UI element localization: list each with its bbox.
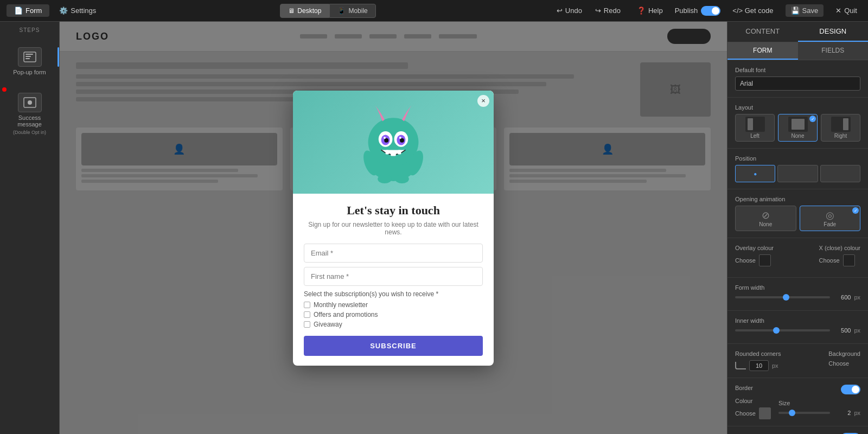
sub-tab-fields[interactable]: FIELDS (798, 42, 869, 60)
default-font-input[interactable] (735, 76, 860, 91)
undo-redo-group: ↩ Undo ↪ Redo (552, 4, 625, 17)
x-close-colour-swatch[interactable] (843, 254, 855, 266)
form-tab-label: Form (25, 7, 42, 15)
position-top-left[interactable] (735, 165, 775, 182)
form-width-slider[interactable] (735, 296, 830, 298)
checkbox-item-3[interactable]: Giveaway (304, 321, 483, 328)
popup-email-input[interactable] (304, 244, 483, 263)
form-tab-icon: 📄 (14, 7, 23, 15)
view-switcher: 🖥 Desktop 📱 Mobile (280, 4, 375, 18)
border-size-slider-row: 2 px (778, 410, 860, 416)
quit-icon: ✕ (835, 7, 841, 15)
save-icon: 💾 (791, 7, 800, 15)
layout-left-label: Left (750, 133, 760, 139)
modal-overlay[interactable]: × (60, 22, 727, 434)
get-code-button[interactable]: </> Get code (728, 4, 777, 17)
layout-label: Layout (735, 104, 860, 111)
layout-left-icon (745, 117, 765, 132)
popup-subscriptions-label: Select the subscription(s) you wish to r… (304, 290, 483, 298)
checkbox-item-1[interactable]: Monthly newsletter (304, 301, 483, 309)
svg-point-21 (378, 175, 392, 183)
popup-body: Let's stay in touch Sign up for our news… (293, 194, 494, 366)
inner-width-slider[interactable] (735, 329, 830, 331)
popup-firstname-input[interactable] (304, 267, 483, 286)
svg-point-12 (384, 138, 388, 142)
mobile-view-button[interactable]: 📱 Mobile (329, 4, 375, 18)
layout-right[interactable]: Right (821, 114, 860, 142)
overlay-colour-swatch[interactable] (759, 254, 771, 266)
form-width-thumb[interactable] (783, 294, 789, 301)
anim-fade[interactable]: ✓ ◎ Fade (800, 206, 861, 231)
border-colour-swatch[interactable] (759, 407, 771, 419)
layout-left[interactable]: Left (735, 114, 775, 142)
svg-rect-2 (25, 56, 31, 57)
quit-label: Quit (844, 7, 857, 15)
sub-tab-form[interactable]: FORM (727, 42, 798, 60)
inner-width-thumb[interactable] (773, 327, 780, 334)
top-bar-right: ↩ Undo ↪ Redo ❓ Help Publish </> Get cod… (552, 4, 861, 17)
redo-icon: ↪ (595, 7, 601, 15)
redo-button[interactable]: ↪ Redo (591, 4, 625, 17)
sidebar-steps-label: STEPS (20, 27, 40, 33)
border-label: Border (735, 385, 753, 391)
save-label: Save (802, 7, 819, 15)
border-size-unit: px (854, 410, 860, 416)
quit-button[interactable]: ✕ Quit (831, 4, 861, 17)
svg-rect-17 (391, 151, 396, 156)
tab-settings[interactable]: ⚙️ Settings (52, 4, 104, 17)
form-width-section: Form width 600 px (727, 278, 868, 311)
border-toggle[interactable] (841, 385, 860, 394)
tab-form[interactable]: 📄 Form (7, 4, 49, 17)
form-width-label: Form width (735, 284, 860, 291)
publish-switch[interactable] (701, 6, 720, 16)
subscribe-button[interactable]: SUBSCRIBE (304, 336, 483, 356)
border-section: Border Colour Choose Size (727, 378, 868, 426)
tab-design[interactable]: DESIGN (798, 22, 869, 42)
right-panel: CONTENT DESIGN FORM FIELDS Default font … (727, 22, 868, 434)
rounded-corners-label: Rounded corners (735, 350, 781, 357)
checkbox-2[interactable] (304, 311, 310, 318)
svg-point-5 (28, 100, 32, 105)
success-message-icon (18, 93, 42, 112)
popup-close-button[interactable]: × (477, 95, 489, 107)
rounded-icon (735, 362, 746, 369)
anim-none[interactable]: ⊘ None (735, 206, 796, 231)
overlay-colour-group: Overlay colour Choose (735, 245, 774, 266)
get-code-label: </> Get code (732, 7, 773, 15)
anim-fade-label: Fade (824, 221, 836, 227)
settings-tab-icon: ⚙️ (59, 7, 68, 15)
position-top-right[interactable] (820, 165, 860, 182)
help-button[interactable]: ❓ Help (633, 4, 667, 17)
rounded-input[interactable] (749, 360, 769, 371)
svg-point-13 (400, 138, 404, 142)
undo-button[interactable]: ↩ Undo (552, 4, 586, 17)
overlay-choose-label: Choose (735, 257, 756, 264)
border-size-slider[interactable] (778, 412, 830, 414)
publish-toggle[interactable]: Publish (675, 6, 721, 16)
position-top-center[interactable] (777, 165, 818, 182)
checkbox-item-2[interactable]: Offers and promotions (304, 311, 483, 318)
position-section: Position (727, 149, 868, 189)
tab-design-label: DESIGN (819, 27, 846, 35)
sidebar-item-success-message[interactable]: Success message (Double Opt in) (5, 90, 54, 138)
border-size-value: 2 (833, 410, 851, 416)
sub-tab-form-label: FORM (753, 47, 772, 54)
inner-width-label: Inner width (735, 317, 860, 324)
canvas-area: LOGO (60, 22, 727, 434)
svg-point-14 (384, 137, 386, 139)
x-close-choose-label: Choose (819, 257, 840, 264)
sidebar-item-popup-form[interactable]: Pop-up form (5, 44, 54, 79)
save-button[interactable]: 💾 Save (786, 4, 824, 17)
checkbox-3[interactable] (304, 321, 310, 328)
checkbox-1[interactable] (304, 302, 310, 308)
website-mockup: LOGO (60, 22, 727, 434)
rounded-row: px (735, 360, 781, 371)
border-size-thumb[interactable] (789, 410, 795, 416)
layout-none[interactable]: ✓ None (778, 114, 818, 142)
top-bar-left: 📄 Form ⚙️ Settings (7, 4, 104, 17)
anim-fade-check: ✓ (852, 207, 859, 214)
tab-content[interactable]: CONTENT (727, 22, 798, 42)
desktop-view-button[interactable]: 🖥 Desktop (280, 4, 329, 18)
sub-tab-fields-label: FIELDS (821, 47, 844, 54)
sidebar: STEPS Pop-up form Success message (Doubl… (0, 22, 60, 434)
